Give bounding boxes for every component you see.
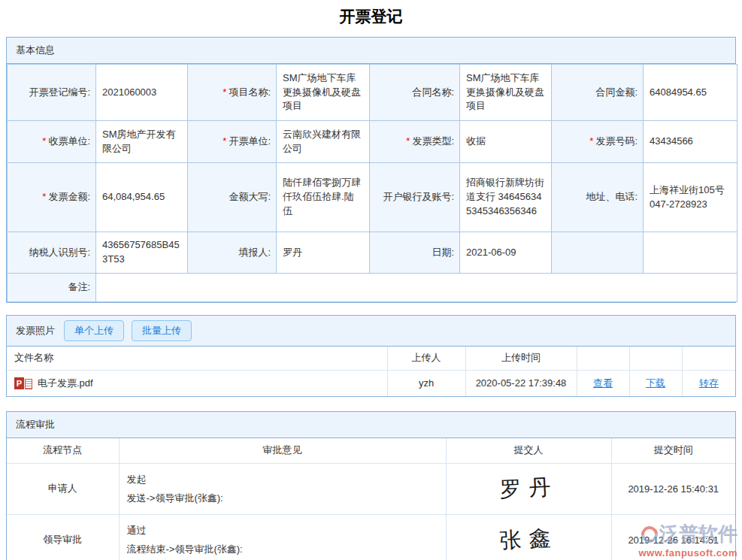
opinion-line-2: 发送->领导审批(张鑫): — [127, 489, 438, 507]
field-value: 64,084,954.65 — [96, 163, 188, 232]
field-label — [552, 232, 644, 274]
approval-table: 流程节点 审批意见 提交人 提交时间 申请人 发起 发送->领导审批(张鑫): … — [7, 438, 735, 560]
field-label: 地址、电话: — [552, 163, 644, 232]
page-title: 开票登记 — [0, 0, 742, 27]
field-label-text: 日期: — [432, 247, 454, 258]
pdf-icon-letter: P — [14, 377, 24, 389]
field-label: 填报人: — [188, 232, 277, 274]
field-value: 43434566 — [644, 121, 737, 163]
col-uploader: 上传人 — [387, 347, 465, 370]
files-table: 文件名称 上传人 上传时间 P 电子发票.pdf yzh 2020-05-22 … — [7, 347, 735, 396]
field-value: SM广场地下车库更换摄像机及硬盘项目 — [460, 65, 552, 121]
field-label-text: 纳税人识别号: — [29, 247, 90, 258]
field-label-text: 发票类型: — [412, 135, 454, 147]
basic-row-4: 纳税人识别号: 43656757685B453T53 填报人: 罗丹 日期: 2… — [8, 232, 737, 274]
field-value: 2021-06-09 — [460, 232, 552, 274]
col-file-name: 文件名称 — [7, 347, 387, 370]
single-upload-button[interactable]: 单个上传 — [64, 320, 124, 341]
basic-info-panel: 基本信息 开票登记编号: 2021060003 *项目名称: SM广场地下车库更… — [6, 37, 736, 303]
field-value: SM广场地下车库更换摄像机及硬盘项目 — [277, 65, 370, 121]
view-link[interactable]: 查看 — [593, 377, 613, 389]
approval-flow-header: 流程审批 — [7, 412, 735, 438]
field-label-text: 合同名称: — [412, 86, 454, 98]
col-action-3 — [682, 347, 735, 370]
field-label-text: 开票单位: — [229, 135, 271, 147]
approval-row: 领导审批 通过 流程结束->领导审批(张鑫): 张鑫 2019-12-26 16… — [7, 514, 735, 560]
field-value: 上海祥业街105号 047-2728923 — [644, 163, 737, 232]
file-name: 电子发票.pdf — [38, 377, 93, 390]
opinion-cell: 发起 发送->领导审批(张鑫): — [119, 463, 446, 514]
required-mark: * — [42, 191, 46, 202]
field-label: 开票登记编号: — [8, 65, 96, 121]
pdf-icon-page — [25, 379, 32, 389]
field-label: *收票单位: — [8, 121, 96, 163]
required-mark: * — [223, 86, 226, 98]
batch-upload-button[interactable]: 批量上传 — [132, 320, 192, 341]
field-label-text: 备注: — [68, 281, 90, 292]
field-label: 开户银行及账号: — [370, 163, 460, 232]
pdf-file-icon: P — [14, 377, 32, 389]
file-upload-time: 2020-05-22 17:39:48 — [465, 370, 577, 396]
invoice-photos-title: 发票照片 — [16, 324, 55, 338]
field-value: 罗丹 — [277, 232, 370, 274]
submit-time: 2019-12-26 15:40:31 — [611, 463, 735, 514]
download-link[interactable]: 下载 — [646, 377, 665, 389]
field-value: 陆仟肆佰零捌万肆仟玖佰伍拾肆.陆伍 — [277, 163, 370, 232]
field-label-text: 金额大写: — [229, 191, 271, 202]
opinion-line-1: 发起 — [127, 470, 438, 489]
field-label: *项目名称: — [188, 65, 277, 121]
invoice-photos-header: 发票照片 单个上传 批量上传 — [7, 316, 735, 347]
field-value — [96, 274, 737, 302]
field-label-text: 收票单位: — [48, 135, 90, 147]
flow-node: 申请人 — [7, 463, 119, 514]
approval-row: 申请人 发起 发送->领导审批(张鑫): 罗丹 2019-12-26 15:40… — [7, 463, 735, 514]
col-submitter: 提交人 — [446, 438, 611, 463]
invoice-photos-panel: 发票照片 单个上传 批量上传 文件名称 上传人 上传时间 P 电子发票 — [6, 315, 736, 397]
field-label-text: 发票金额: — [48, 191, 90, 202]
field-label: 金额大写: — [188, 163, 277, 232]
field-label: *开票单位: — [188, 121, 277, 163]
field-label: *发票金额: — [8, 163, 96, 232]
col-action-1 — [577, 347, 629, 370]
field-label-text: 地址、电话: — [586, 191, 638, 202]
field-label-text: 项目名称: — [229, 86, 271, 98]
field-label: 纳税人识别号: — [8, 232, 96, 274]
field-label-text: 开票登记编号: — [29, 86, 90, 98]
file-row: P 电子发票.pdf yzh 2020-05-22 17:39:48 查看 下载… — [7, 370, 735, 396]
field-label: *发票类型: — [370, 121, 460, 163]
submitter-signature: 罗丹 — [453, 470, 604, 507]
submitter-signature: 张鑫 — [453, 521, 604, 558]
field-label-text: 合同金额: — [595, 86, 638, 98]
opinion-line-2: 流程结束->领导审批(张鑫): — [127, 540, 438, 558]
basic-row-5: 备注: — [8, 274, 737, 302]
field-value: 64084954.65 — [644, 65, 737, 121]
field-label-text: 开户银行及账号: — [383, 191, 454, 202]
basic-row-2: *收票单位: SM房地产开发有限公司 *开票单位: 云南欣兴建材有限公司 *发票… — [8, 121, 737, 163]
col-flow-node: 流程节点 — [7, 438, 119, 463]
flow-node: 领导审批 — [7, 514, 119, 560]
field-label: 合同名称: — [370, 65, 460, 121]
col-submit-time: 提交时间 — [611, 438, 735, 463]
field-label-text: 发票号码: — [595, 135, 638, 147]
transfer-link[interactable]: 转存 — [699, 377, 719, 389]
file-name-cell: P 电子发票.pdf — [7, 370, 387, 396]
file-uploader: yzh — [387, 370, 465, 396]
required-mark: * — [42, 135, 46, 147]
submitter-cell: 张鑫 — [446, 514, 611, 560]
field-value: SM房地产开发有限公司 — [96, 121, 188, 163]
field-label: 合同金额: — [552, 65, 644, 121]
field-value: 43656757685B453T53 — [96, 232, 188, 274]
files-table-header: 文件名称 上传人 上传时间 — [7, 347, 735, 370]
submitter-cell: 罗丹 — [446, 463, 611, 514]
required-mark: * — [406, 135, 410, 147]
required-mark: * — [223, 135, 226, 147]
field-value — [644, 232, 737, 274]
field-value: 云南欣兴建材有限公司 — [277, 121, 370, 163]
basic-info-table: 开票登记编号: 2021060003 *项目名称: SM广场地下车库更换摄像机及… — [7, 64, 737, 302]
approval-table-header: 流程节点 审批意见 提交人 提交时间 — [7, 438, 735, 463]
basic-row-1: 开票登记编号: 2021060003 *项目名称: SM广场地下车库更换摄像机及… — [8, 65, 737, 121]
approval-flow-panel: 流程审批 流程节点 审批意见 提交人 提交时间 申请人 发起 发送->领导审批(… — [6, 411, 736, 560]
field-value: 收据 — [460, 121, 552, 163]
field-label: 日期: — [370, 232, 460, 274]
field-label: *发票号码: — [552, 121, 644, 163]
